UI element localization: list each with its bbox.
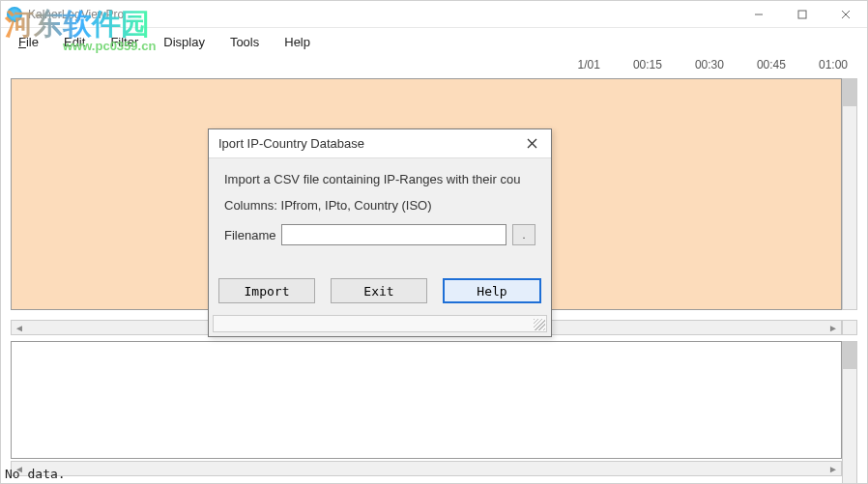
dialog-statusbar	[213, 315, 547, 332]
horizontal-scrollbar-lower[interactable]: ◄ ►	[11, 461, 842, 476]
scroll-right-arrow[interactable]: ►	[825, 321, 841, 334]
dialog-close-button[interactable]	[520, 132, 543, 156]
title-bar: KalnerLogViewPro	[1, 1, 867, 28]
browse-button[interactable]: .	[512, 224, 535, 245]
hscroll-row-lower: ◄ ►	[11, 461, 857, 476]
timeline-tick: 01:00	[819, 58, 848, 71]
filename-label: Filename	[224, 228, 275, 242]
menu-file[interactable]: File	[9, 33, 48, 51]
menu-edit[interactable]: Edit	[54, 33, 95, 51]
scroll-left-arrow[interactable]: ◄	[12, 321, 27, 334]
vertical-scrollbar[interactable]	[842, 78, 857, 310]
dialog-columns: Columns: IPfrom, IPto, Country (ISO)	[224, 198, 535, 213]
timeline-tick: 1/01	[578, 58, 600, 71]
menu-filter[interactable]: Filter	[101, 33, 148, 51]
timeline-tick: 00:45	[757, 58, 786, 71]
status-bar: No data.	[5, 467, 66, 481]
vertical-scrollbar-lower[interactable]	[842, 341, 857, 484]
menu-bar: File Edit Filter Display Tools Help	[1, 28, 867, 55]
scroll-thumb[interactable]	[843, 79, 856, 106]
import-button[interactable]: Import	[218, 278, 315, 303]
scroll-corner	[842, 320, 857, 335]
app-icon	[7, 7, 22, 22]
svg-rect-1	[798, 11, 806, 18]
dialog-buttons: Import Exit Help	[209, 278, 551, 311]
timeline-tick: 00:15	[633, 58, 662, 71]
window-controls	[737, 1, 867, 28]
help-button[interactable]: Help	[443, 278, 541, 303]
resize-grip-icon[interactable]	[534, 319, 545, 330]
close-icon	[527, 138, 537, 149]
timeline-tick: 00:30	[695, 58, 724, 71]
dialog-description: Import a CSV file containing IP-Ranges w…	[224, 172, 535, 186]
filename-input[interactable]	[281, 224, 506, 245]
minimize-button[interactable]	[737, 1, 780, 28]
scroll-right-arrow[interactable]: ►	[825, 462, 841, 475]
app-title: KalnerLogViewPro	[28, 8, 124, 21]
detail-box[interactable]	[11, 341, 842, 459]
import-dialog: Iport IP-Country Database Import a CSV f…	[208, 128, 552, 337]
dialog-titlebar[interactable]: Iport IP-Country Database	[209, 129, 551, 158]
scroll-thumb[interactable]	[843, 342, 856, 369]
dialog-title: Iport IP-Country Database	[218, 136, 364, 151]
close-button[interactable]	[824, 1, 867, 28]
lower-panel	[11, 341, 857, 459]
exit-button[interactable]: Exit	[331, 278, 427, 303]
timeline-ruler: 1/01 00:15 00:30 00:45 01:00	[1, 55, 867, 74]
maximize-button[interactable]	[780, 1, 824, 28]
filename-row: Filename .	[224, 224, 535, 245]
menu-help[interactable]: Help	[275, 33, 320, 51]
menu-display[interactable]: Display	[154, 33, 215, 51]
menu-tools[interactable]: Tools	[220, 33, 269, 51]
dialog-body: Import a CSV file containing IP-Ranges w…	[209, 158, 551, 278]
